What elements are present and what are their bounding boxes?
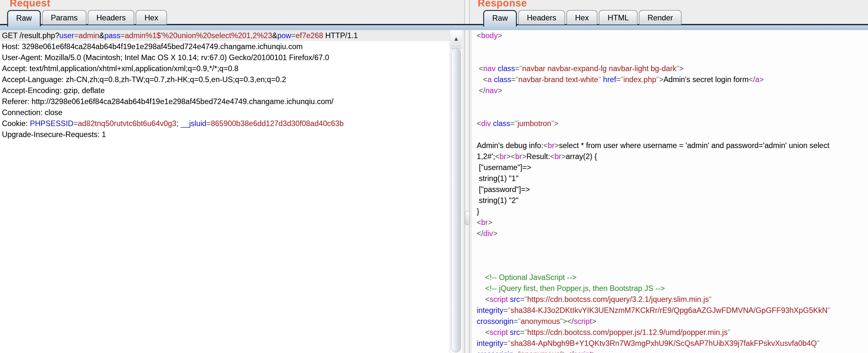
response-token-v: anonymous (521, 350, 560, 353)
response-token-q: " (817, 339, 819, 348)
response-token-b: > (498, 31, 502, 40)
response-token-b: > (659, 75, 663, 84)
response-token-cmt: <!-- Optional JavaScript --> (477, 273, 577, 282)
response-tab-hex[interactable]: Hex (566, 10, 598, 25)
request-token-v: ad82tnq50rutvtc6bt6u64v0g3 (78, 119, 176, 128)
response-line (472, 107, 868, 118)
response-token-q: " (518, 317, 520, 325)
response-line: Admin's debug info:<br>select * from use… (472, 140, 868, 151)
request-panel: Request RawParamsHeadersHex GET /result.… (0, 0, 462, 353)
response-token-b: </ (477, 229, 483, 238)
request-token-k: Cookie: (2, 119, 30, 128)
request-scrollbar[interactable]: ▲ (450, 30, 462, 353)
request-token-b: = (120, 31, 125, 40)
response-token-attr: src (510, 328, 520, 337)
response-token-b: < (495, 152, 500, 161)
response-tab-render[interactable]: Render (639, 10, 682, 25)
response-line (472, 261, 868, 272)
response-tab-raw[interactable]: Raw (483, 10, 517, 27)
response-token-attr: class (494, 75, 512, 84)
request-token-k: HTTP/1.1 (323, 31, 358, 40)
response-line: string(1) "1" (472, 173, 868, 184)
response-token-b: > (759, 75, 764, 84)
response-line (472, 96, 868, 107)
response-token-k (477, 328, 485, 337)
response-line: <body> (472, 30, 868, 41)
response-token-q: " (560, 350, 562, 353)
response-token-q: " (656, 75, 659, 84)
request-token-k: ; (176, 119, 181, 128)
response-token-v: anonymous (521, 317, 560, 325)
response-token-b: < (479, 64, 484, 73)
splitter-grab-handle[interactable] (465, 211, 470, 225)
response-tab-html[interactable]: HTML (599, 10, 637, 25)
request-raw-editor[interactable]: GET /result.php?user=admin&pass=admin%1$… (0, 30, 450, 353)
request-line: Cookie: PHPSESSID=ad82tnq50rutvtc6bt6u64… (0, 118, 450, 129)
response-token-q: " (598, 75, 601, 84)
response-token-attr: crossorigin (477, 350, 514, 353)
response-line (472, 129, 868, 140)
response-token-cmt: <!-- jQuery first, then Popper.js, then … (477, 284, 665, 292)
scroll-up-button[interactable]: ▲ (451, 30, 462, 49)
panel-splitter[interactable] (462, 0, 472, 353)
response-token-b: > (498, 86, 502, 95)
response-token-b: = (514, 350, 518, 353)
request-tab-raw[interactable]: Raw (7, 10, 41, 27)
response-line: <!-- Optional JavaScript --> (472, 272, 868, 283)
request-token-k: Accept-Encoding: gzip, deflate (2, 86, 104, 95)
response-panel-title: Response (478, 0, 527, 9)
response-line: <br> (472, 217, 868, 228)
response-token-b: < (511, 152, 515, 161)
response-token-k (477, 295, 485, 304)
request-tab-hex[interactable]: Hex (135, 10, 167, 25)
response-tab-bar: RawHeadersHexHTMLRender (483, 10, 682, 25)
request-token-b: = (291, 31, 296, 40)
response-line (472, 52, 868, 63)
request-token-p: pass (104, 31, 120, 40)
response-token-b: > (522, 152, 527, 161)
response-token-tag: body (481, 31, 498, 40)
response-token-tag: br (515, 152, 522, 161)
request-token-b: = (73, 119, 78, 128)
response-token-q: " (828, 306, 830, 315)
request-token-k: Referer: http://3298e061e6f84ca284ab64b4… (2, 97, 333, 106)
request-tab-bar: RawParamsHeadersHex (7, 10, 167, 25)
response-line: <script src="https://cdn.bootcss.com/jqu… (472, 294, 868, 305)
response-token-v: sha384-KJ3o2DKtIkvYIK3UENzmM7KCkRr/rE9/Q… (510, 306, 827, 315)
response-token-k: ["password"]=> (477, 185, 530, 193)
response-line: </div> (472, 228, 868, 239)
request-line: Connection: close (0, 107, 450, 118)
request-tab-headers[interactable]: Headers (88, 10, 135, 25)
response-token-tag: div (483, 229, 493, 238)
response-token-b: = (616, 75, 621, 84)
response-token-b: </ (479, 86, 486, 95)
response-token-q: " (551, 119, 554, 128)
request-token-p: pow (277, 31, 291, 40)
request-tab-params[interactable]: Params (42, 10, 86, 25)
response-token-b: > (592, 350, 596, 353)
response-raw-editor[interactable]: <body> <nav class="navbar navbar-expand-… (472, 30, 868, 353)
response-tab-headers[interactable]: Headers (518, 10, 565, 25)
response-token-q: " (518, 350, 520, 353)
response-token-b: ></ (563, 317, 574, 325)
response-token-b: = (520, 295, 525, 304)
response-token-v: sha384-ApNbgh9B+Y1QKtv3Rn7W3mgPxhU9K/ScQ… (510, 339, 816, 348)
response-token-tag: br (500, 152, 506, 161)
response-line: <script src="https://cdn.bootcss.com/pop… (472, 327, 868, 338)
response-token-k: } (477, 207, 479, 216)
request-panel-title: Request (10, 0, 51, 9)
response-token-tag: br (554, 152, 561, 161)
response-token-q: " (525, 295, 527, 304)
response-line: <nav class="navbar navbar-expand-lg navb… (472, 63, 868, 74)
response-token-k: array(2) { (566, 152, 597, 161)
request-line: Accept: text/html,application/xhtml+xml,… (0, 63, 450, 74)
response-token-tag: div (481, 119, 491, 128)
response-token-tag: script (490, 295, 508, 304)
response-token-k: Admin's debug info: (477, 141, 544, 150)
scrollbar-thumb[interactable] (451, 48, 461, 352)
response-token-b: > (554, 119, 559, 128)
response-line: ["password"]=> (472, 184, 868, 195)
response-token-q: " (525, 328, 527, 337)
response-token-v: navbar-brand text-white (519, 75, 598, 84)
response-token-attr: src (510, 295, 520, 304)
